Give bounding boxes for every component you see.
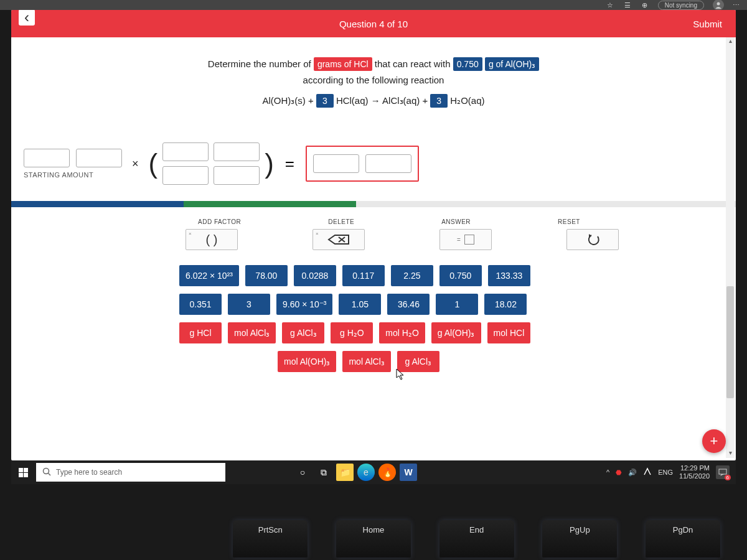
edge-icon[interactable]: e — [357, 464, 375, 481]
value-tile[interactable]: 36.46 — [387, 294, 430, 315]
browser-toolbar: ☆ ☰ ⊕ Not syncing ⋯ — [0, 0, 747, 10]
svg-rect-3 — [719, 469, 726, 474]
taskbar-apps: ○ ⧉ 📁 e 🔥 W — [294, 464, 417, 481]
value-tile[interactable]: 0.0288 — [294, 265, 336, 286]
back-button[interactable]: ‹ — [19, 10, 35, 26]
denominator-value-slot[interactable] — [162, 166, 209, 185]
windows-taskbar: Type here to search ○ ⧉ 📁 e 🔥 W ^ ⬣ 🔊 EN… — [11, 460, 736, 484]
svg-point-0 — [717, 2, 720, 6]
answer-unit-slot[interactable] — [365, 154, 411, 173]
collections-icon[interactable]: ⊕ — [641, 1, 649, 9]
vertical-scrollbar[interactable]: ▴ ▾ — [726, 37, 735, 458]
scroll-up-arrow[interactable]: ▴ — [726, 37, 735, 46]
input-icon[interactable] — [643, 467, 652, 477]
answer-button[interactable]: = — [439, 229, 492, 250]
scroll-down-arrow[interactable]: ▾ — [726, 449, 735, 458]
starting-amount-label: STARTING AMOUNT — [24, 171, 93, 179]
q-text: Determine the number of — [208, 58, 311, 69]
value-tile[interactable]: 0.117 — [342, 265, 385, 286]
value-tile[interactable]: 1.05 — [339, 294, 381, 315]
q-text: that can react with — [375, 58, 451, 69]
unit-tile[interactable]: g H₂O — [331, 322, 373, 343]
physical-keyboard: PrtScn Home End PgUp PgDn — [0, 498, 747, 560]
tool-label: DELETE — [328, 218, 354, 225]
more-icon[interactable]: ⋯ — [733, 1, 741, 9]
reset-button[interactable] — [566, 229, 619, 250]
task-view-icon[interactable]: ⧉ — [315, 464, 332, 481]
search-placeholder: Type here to search — [56, 468, 122, 477]
value-tile[interactable]: 133.33 — [488, 265, 530, 286]
starting-value-slot[interactable] — [24, 149, 70, 167]
word-icon[interactable]: W — [400, 464, 417, 481]
reading-list-icon[interactable]: ☰ — [623, 1, 632, 9]
mcafee-icon[interactable]: ⬣ — [616, 469, 622, 477]
q-chip-target: grams of HCl — [314, 57, 372, 71]
tile-row-4: mol Al(OH)₃ mol AlCl₃ g AlCl₃ — [179, 351, 736, 372]
start-button[interactable] — [11, 460, 35, 484]
clock[interactable]: 12:29 PM 11/5/2020 — [679, 464, 710, 480]
cortana-icon[interactable]: ○ — [294, 464, 311, 481]
value-tile[interactable]: 78.00 — [245, 265, 288, 286]
denominator-unit-slot[interactable] — [214, 166, 260, 185]
unit-tile[interactable]: g AlCl₃ — [397, 351, 439, 372]
submit-button[interactable]: Submit — [693, 19, 722, 29]
answer-tiles: 6.022 × 10²³ 78.00 0.0288 0.117 2.25 0.7… — [11, 250, 736, 372]
unit-tile[interactable]: g Al(OH)₃ — [431, 322, 481, 343]
conversion-factor: ( ) — [149, 139, 274, 189]
key-pgup: PgUp — [542, 520, 617, 558]
language-indicator[interactable]: ENG — [658, 469, 673, 476]
q-text: according to the following reaction — [11, 75, 736, 85]
tool-label: ANSWER — [441, 218, 471, 225]
key-prtscn: PrtScn — [233, 520, 308, 558]
tray-expand-icon[interactable]: ^ — [606, 469, 609, 476]
multiply-symbol: × — [129, 157, 141, 170]
equals-symbol: = — [281, 154, 298, 174]
value-tile[interactable]: 0.750 — [439, 265, 482, 286]
unit-tile[interactable]: mol HCl — [487, 322, 531, 343]
delete-button[interactable]: × — [312, 229, 365, 250]
coeff: 3 — [430, 94, 448, 108]
divider-bar — [11, 201, 736, 207]
unit-tile[interactable]: mol H₂O — [379, 322, 425, 343]
unit-tile[interactable]: g AlCl₃ — [282, 322, 324, 343]
q-chip-substance: g of Al(OH)₃ — [485, 57, 539, 71]
question-prompt: Determine the number of grams of HCl tha… — [11, 37, 736, 120]
tool-label: RESET — [558, 218, 580, 225]
value-tile[interactable]: 0.351 — [179, 294, 222, 315]
profile-avatar[interactable] — [713, 0, 724, 11]
notifications-icon[interactable]: 6 — [716, 465, 730, 479]
tool-label: ADD FACTOR — [198, 218, 241, 225]
favorite-icon[interactable]: ☆ — [606, 1, 614, 9]
numerator-unit-slot[interactable] — [214, 142, 260, 161]
unit-tile[interactable]: mol AlCl₃ — [342, 351, 390, 372]
scroll-thumb[interactable] — [726, 286, 734, 398]
paren-right: ) — [265, 148, 274, 179]
answer-value-slot[interactable] — [313, 154, 359, 173]
tool-buttons: ×( ) × = — [11, 225, 736, 250]
sync-status[interactable]: Not syncing — [658, 1, 704, 10]
value-tile[interactable]: 3 — [228, 294, 270, 315]
add-factor-button[interactable]: ×( ) — [186, 229, 238, 250]
q-chip-amount: 0.750 — [453, 57, 482, 71]
value-tile[interactable]: 9.60 × 10⁻³ — [276, 294, 332, 315]
taskbar-search[interactable]: Type here to search — [36, 463, 225, 482]
value-tile[interactable]: 2.25 — [391, 265, 433, 286]
unit-tile[interactable]: g HCl — [179, 322, 222, 343]
svg-line-2 — [49, 473, 51, 475]
numerator-value-slot[interactable] — [162, 142, 209, 161]
question-header: ‹ Question 4 of 10 Submit — [11, 10, 736, 37]
svg-point-1 — [44, 468, 49, 474]
add-fab-button[interactable]: + — [702, 429, 726, 453]
value-tile[interactable]: 6.022 × 10²³ — [179, 265, 239, 286]
starting-unit-slot[interactable] — [76, 149, 122, 167]
volume-icon[interactable]: 🔊 — [628, 469, 637, 477]
calculation-workspace: STARTING AMOUNT × ( ) = — [11, 120, 736, 201]
search-icon — [42, 467, 51, 478]
value-tile[interactable]: 1 — [436, 294, 478, 315]
firefox-icon[interactable]: 🔥 — [378, 464, 396, 481]
tile-row-1: 6.022 × 10²³ 78.00 0.0288 0.117 2.25 0.7… — [179, 265, 736, 286]
unit-tile[interactable]: mol AlCl₃ — [228, 322, 276, 343]
value-tile[interactable]: 18.02 — [484, 294, 527, 315]
file-explorer-icon[interactable]: 📁 — [336, 464, 354, 481]
unit-tile[interactable]: mol Al(OH)₃ — [278, 351, 336, 372]
